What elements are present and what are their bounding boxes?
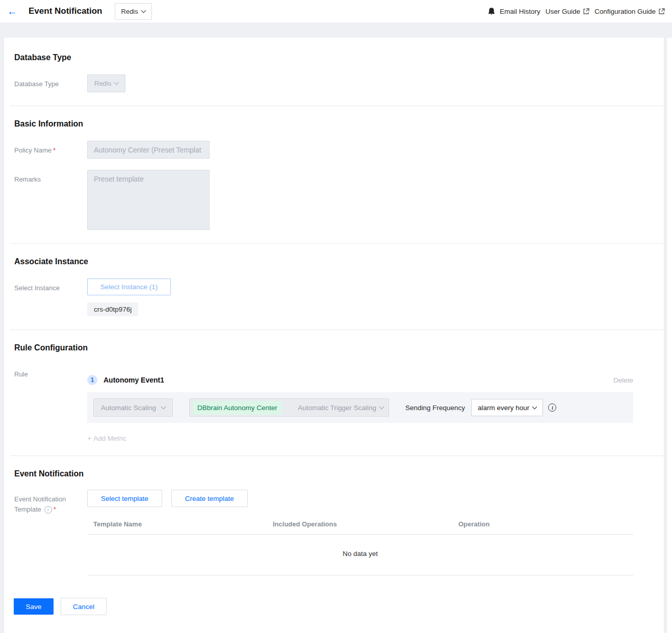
bell-icon[interactable] xyxy=(487,7,496,16)
configuration-guide-link[interactable]: Configuration Guide xyxy=(595,8,665,15)
chevron-down-icon xyxy=(532,404,537,409)
chevron-down-icon xyxy=(141,8,146,13)
required-marker: * xyxy=(53,146,56,154)
scrollbar-track[interactable] xyxy=(666,38,672,633)
database-type-label: Database Type xyxy=(14,74,87,89)
rule-index-badge: 1 xyxy=(87,375,97,385)
basic-information-heading: Basic Information xyxy=(14,106,649,129)
select-template-button[interactable]: Select template xyxy=(87,490,162,507)
user-guide-link[interactable]: User Guide xyxy=(546,8,589,15)
column-included-operations: Included Operations xyxy=(273,520,458,528)
chevron-down-icon xyxy=(161,404,166,409)
database-type-header-selector[interactable]: Redis xyxy=(115,3,152,20)
form-footer: Save Cancel xyxy=(4,598,664,615)
section-basic-information: Basic Information Policy Name* Remarks P… xyxy=(4,106,664,230)
template-info-icon[interactable]: i xyxy=(44,506,52,514)
associate-instance-heading: Associate Instance xyxy=(14,244,649,266)
external-link-icon xyxy=(658,8,665,15)
section-associate-instance: Associate Instance Select Instance Selec… xyxy=(4,244,664,316)
sending-frequency-label: Sending Frequency xyxy=(405,404,465,412)
event-notification-heading: Event Notification xyxy=(14,456,649,478)
table-empty-text: No data yet xyxy=(87,535,633,575)
template-table: Template Name Included Operations Operat… xyxy=(87,515,633,575)
section-rule-configuration: Rule Configuration Rule 1 Autonomy Event… xyxy=(4,330,664,442)
metric-dropdown[interactable]: Automatic Scaling xyxy=(93,398,173,417)
info-icon[interactable]: i xyxy=(548,403,556,412)
column-operation: Operation xyxy=(458,520,489,528)
cancel-button[interactable]: Cancel xyxy=(61,598,107,615)
user-guide-label: User Guide xyxy=(546,8,580,15)
email-history-link[interactable]: Email History xyxy=(500,8,540,15)
section-event-notification: Event Notification Event Notification Te… xyxy=(4,456,664,575)
rule-label: Rule xyxy=(14,365,87,379)
database-type-value: Redis xyxy=(94,80,111,87)
metric-dropdown-value: Automatic Scaling xyxy=(101,404,156,412)
page-title: Event Notification xyxy=(29,6,102,16)
select-instance-label: Select Instance xyxy=(14,278,87,293)
section-database-type: Database Type Database Type Redis xyxy=(4,38,664,92)
event-dropdown[interactable]: DBbrain Autonomy Center Automatic Trigge… xyxy=(189,398,389,417)
external-link-icon xyxy=(583,8,589,15)
rule-box: Automatic Scaling DBbrain Autonomy Cente… xyxy=(87,392,633,423)
select-instance-button[interactable]: Select Instance (1) xyxy=(87,278,171,295)
top-bar: ← Event Notification Redis Email History… xyxy=(0,0,672,22)
required-marker: * xyxy=(54,504,56,515)
event-tag: DBbrain Autonomy Center xyxy=(193,401,282,415)
configuration-guide-label: Configuration Guide xyxy=(595,8,656,15)
remarks-textarea[interactable]: Preset template xyxy=(87,170,210,230)
email-history-label: Email History xyxy=(500,8,540,15)
database-type-dropdown[interactable]: Redis xyxy=(87,74,125,92)
column-template-name: Template Name xyxy=(87,520,273,528)
database-type-header-value: Redis xyxy=(121,8,138,15)
template-table-header: Template Name Included Operations Operat… xyxy=(87,515,633,534)
add-metric-label: Add Metric xyxy=(93,435,126,442)
chevron-down-icon xyxy=(379,404,384,409)
instance-tag: crs-d0tp976j xyxy=(87,302,138,316)
rule-delete-link[interactable]: Delete xyxy=(613,376,633,384)
sending-frequency-dropdown[interactable]: alarm every hour xyxy=(471,399,543,416)
rule-configuration-heading: Rule Configuration xyxy=(14,330,649,352)
table-divider xyxy=(87,575,633,575)
plus-icon: + xyxy=(87,434,91,442)
chevron-down-icon xyxy=(114,80,119,85)
database-type-heading: Database Type xyxy=(14,38,649,62)
create-template-button[interactable]: Create template xyxy=(171,490,248,507)
main-card: Database Type Database Type Redis Basic … xyxy=(4,38,664,633)
policy-name-input[interactable] xyxy=(87,141,210,159)
sending-frequency-value: alarm every hour xyxy=(478,404,529,412)
policy-name-label: Policy Name* xyxy=(14,141,87,156)
rule-title: Autonomy Event1 xyxy=(104,376,164,384)
back-arrow-icon[interactable]: ← xyxy=(7,6,17,16)
save-button[interactable]: Save xyxy=(14,598,54,615)
event-dropdown-value: Automatic Trigger Scaling xyxy=(298,404,376,412)
remarks-label: Remarks xyxy=(14,170,87,185)
event-notification-template-label: Event Notification Template i * xyxy=(14,490,87,515)
add-metric-button[interactable]: +Add Metric xyxy=(87,434,649,442)
